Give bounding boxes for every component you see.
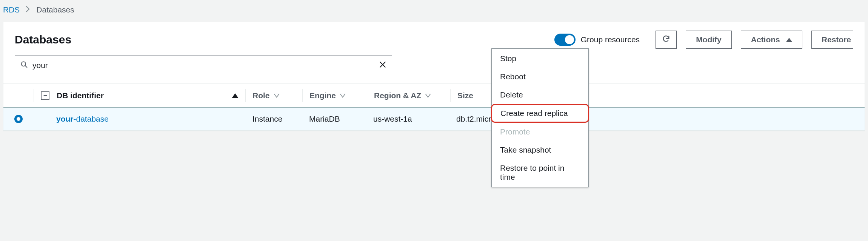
column-engine-label: Engine	[309, 91, 336, 100]
column-engine[interactable]: Engine	[303, 91, 367, 100]
row-select[interactable]	[3, 115, 34, 123]
menu-item-delete[interactable]: Delete	[492, 86, 588, 104]
table-row[interactable]: your-database Instance MariaDB us-west-1…	[3, 108, 865, 130]
group-resources-label: Group resources	[581, 35, 640, 44]
column-size-label: Size	[457, 91, 473, 100]
group-resources-toggle-wrap: Group resources	[554, 34, 640, 46]
sort-icon	[425, 94, 431, 98]
modify-button[interactable]: Modify	[686, 31, 732, 49]
page-title: Databases	[15, 33, 545, 46]
column-region-label: Region & AZ	[374, 91, 421, 100]
refresh-icon	[662, 35, 670, 45]
column-expand[interactable]: −	[34, 91, 57, 100]
db-link[interactable]: your-database	[56, 114, 109, 124]
actions-button[interactable]: Actions	[741, 31, 802, 49]
sort-icon	[340, 94, 346, 98]
chevron-right-icon	[26, 6, 30, 14]
column-role[interactable]: Role	[246, 91, 302, 100]
clear-search-icon[interactable]	[379, 61, 386, 70]
databases-panel: Databases Group resources Modify Actions…	[3, 22, 865, 131]
menu-item-stop[interactable]: Stop	[492, 49, 588, 68]
caret-up-icon	[786, 38, 792, 42]
menu-item-take-snapshot[interactable]: Take snapshot	[492, 141, 588, 159]
column-db-identifier-label: DB identifier	[57, 91, 104, 100]
cell-db-identifier[interactable]: your-database	[56, 114, 245, 124]
sort-icon	[274, 94, 280, 98]
table-header: − DB identifier Role Engine Region & AZ …	[3, 83, 865, 108]
menu-item-create-read-replica[interactable]: Create read replica	[491, 104, 589, 123]
db-id-match: your	[56, 114, 74, 123]
group-resources-toggle[interactable]	[554, 34, 576, 46]
menu-item-reboot[interactable]: Reboot	[492, 68, 588, 86]
search-icon	[20, 61, 28, 70]
breadcrumb: RDS Databases	[0, 0, 868, 22]
cell-role: Instance	[245, 114, 302, 124]
db-id-rest: -database	[74, 114, 109, 123]
breadcrumb-current: Databases	[36, 5, 74, 14]
search-box[interactable]	[15, 56, 392, 75]
breadcrumb-root-link[interactable]: RDS	[3, 5, 20, 14]
column-db-identifier[interactable]: DB identifier	[57, 91, 245, 100]
svg-line-1	[25, 65, 27, 67]
radio-selected-icon	[14, 115, 23, 123]
search-row	[3, 56, 865, 83]
restore-button[interactable]: Restore	[811, 31, 853, 49]
refresh-button[interactable]	[656, 31, 677, 49]
column-role-label: Role	[252, 91, 270, 100]
search-input[interactable]	[32, 61, 374, 70]
panel-header: Databases Group resources Modify Actions…	[3, 22, 865, 56]
actions-button-label: Actions	[751, 35, 780, 44]
menu-item-promote: Promote	[492, 123, 588, 141]
sort-asc-icon	[232, 93, 239, 98]
collapse-all-icon: −	[41, 91, 49, 100]
column-region[interactable]: Region & AZ	[367, 91, 450, 100]
menu-item-restore-point-in-time[interactable]: Restore to point in time	[492, 159, 588, 186]
actions-menu: Stop Reboot Delete Create read replica P…	[491, 48, 589, 187]
cell-engine: MariaDB	[302, 114, 366, 124]
cell-region: us-west-1a	[366, 114, 449, 124]
